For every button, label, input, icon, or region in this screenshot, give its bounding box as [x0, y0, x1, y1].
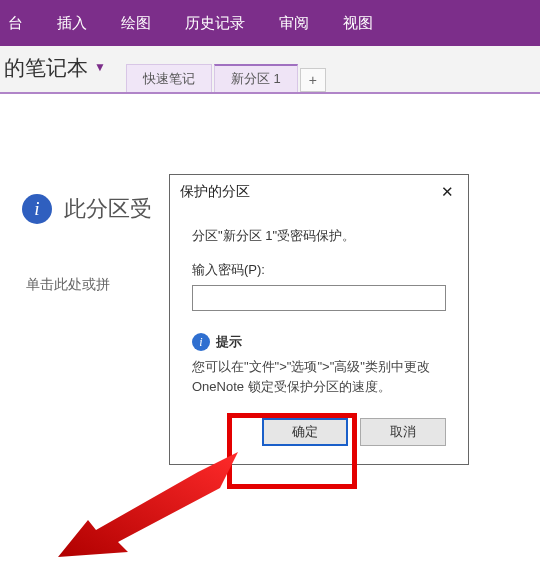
cancel-button[interactable]: 取消	[360, 418, 446, 446]
ribbon-tab-view[interactable]: 视图	[343, 14, 373, 33]
ribbon-tab-history[interactable]: 历史记录	[185, 14, 245, 33]
info-icon: i	[192, 333, 210, 351]
section-tab-quick-notes[interactable]: 快速笔记	[126, 64, 212, 92]
password-input[interactable]	[192, 285, 446, 311]
hint-title: 提示	[216, 333, 242, 351]
section-tab-new-section[interactable]: 新分区 1	[214, 64, 298, 92]
info-icon: i	[22, 194, 52, 224]
title-bar: 的笔记本 ▼ 快速笔记 新分区 1 +	[0, 46, 540, 94]
annotation-arrow-icon	[58, 452, 258, 562]
locked-section-heading: 此分区受	[64, 194, 152, 224]
dialog-titlebar: 保护的分区 ✕	[170, 175, 468, 209]
close-icon[interactable]: ✕	[437, 183, 458, 201]
ok-button[interactable]: 确定	[262, 418, 348, 446]
dialog-message: 分区"新分区 1"受密码保护。	[192, 227, 446, 245]
add-section-button[interactable]: +	[300, 68, 326, 92]
ribbon-tab-start[interactable]: 台	[6, 14, 23, 33]
ribbon-tab-review[interactable]: 审阅	[279, 14, 309, 33]
ribbon-tab-insert[interactable]: 插入	[57, 14, 87, 33]
svg-marker-0	[58, 452, 238, 557]
password-dialog: 保护的分区 ✕ 分区"新分区 1"受密码保护。 输入密码(P): i 提示 您可…	[169, 174, 469, 465]
notebook-name-label: 的笔记本	[4, 54, 88, 82]
chevron-down-icon: ▼	[94, 60, 106, 76]
ribbon-menu: 台 插入 绘图 历史记录 审阅 视图	[0, 0, 540, 46]
ribbon-tab-draw[interactable]: 绘图	[121, 14, 151, 33]
password-label: 输入密码(P):	[192, 261, 446, 279]
section-tabs: 快速笔记 新分区 1 +	[126, 46, 326, 92]
dialog-title: 保护的分区	[180, 183, 250, 201]
notebook-selector[interactable]: 的笔记本 ▼	[0, 54, 106, 92]
hint-text: 您可以在"文件">"选项">"高级"类别中更改 OneNote 锁定受保护分区的…	[192, 357, 446, 396]
